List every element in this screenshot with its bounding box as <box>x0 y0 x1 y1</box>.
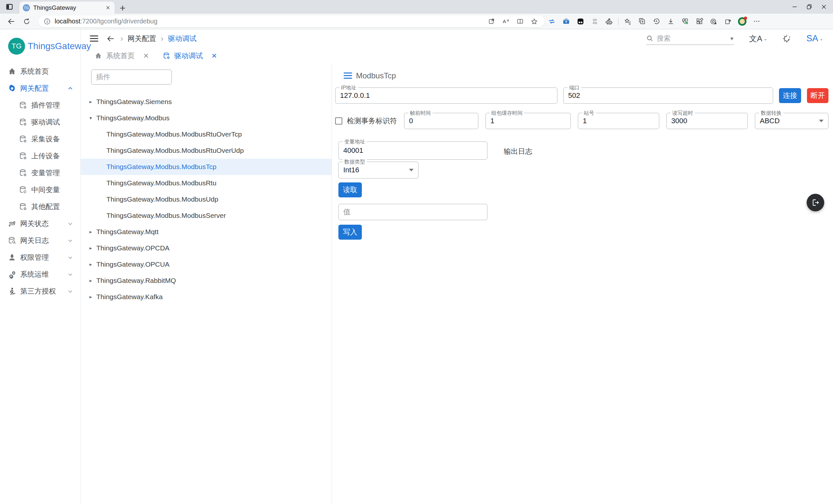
tree-item[interactable]: ▸ThingsGateway.OPCUA <box>81 256 332 273</box>
variable-address-input[interactable] <box>343 146 482 155</box>
sidebar-item-plugin-manage[interactable]: 插件管理 <box>0 97 80 114</box>
connect-button[interactable]: 连接 <box>779 88 801 103</box>
tree-item[interactable]: ThingsGateway.Modbus.ModbusServer <box>81 207 332 224</box>
back-icon[interactable] <box>7 17 16 26</box>
profile-avatar[interactable] <box>735 16 749 27</box>
data-convert-select[interactable]: 数据转换 <box>755 113 829 129</box>
frame-time-input[interactable] <box>409 117 473 125</box>
value-input[interactable] <box>338 204 487 220</box>
browser-essentials-icon[interactable] <box>678 16 692 27</box>
station-input[interactable] <box>583 117 654 125</box>
collapsed-arrow-icon[interactable]: ▸ <box>90 229 94 235</box>
new-tab-button[interactable]: + <box>120 3 126 14</box>
favorite-star-icon[interactable] <box>527 16 542 27</box>
tree-item[interactable]: ▸ThingsGateway.Siemens <box>81 94 332 110</box>
sidebar-item-home[interactable]: 系统首页 <box>0 63 80 80</box>
station-field[interactable]: 站号 <box>578 113 659 129</box>
tree-item[interactable]: ▸ThingsGateway.RabbitMQ <box>81 273 332 289</box>
sidebar-item-upload-device[interactable]: 上传设备 <box>0 148 80 165</box>
transaction-check[interactable]: 检测事务标识符 <box>335 116 397 126</box>
collections-icon[interactable] <box>620 16 635 27</box>
tab-close-icon[interactable]: ✕ <box>143 52 149 60</box>
tab-close-icon[interactable]: × <box>104 4 111 12</box>
tree-item[interactable]: ThingsGateway.Modbus.ModbusUdp <box>81 191 332 207</box>
sidebar-item-third-party-auth[interactable]: 第三方授权 <box>0 283 80 300</box>
breadcrumb-item-current[interactable]: 驱动调试 <box>168 34 196 44</box>
read-button[interactable]: 读取 <box>338 182 362 197</box>
copy-add-icon[interactable] <box>635 16 649 27</box>
port-field[interactable]: 端口 <box>563 87 773 104</box>
variable-address-field[interactable]: 变量地址 <box>338 142 487 160</box>
disconnect-button[interactable]: 断开 <box>807 88 829 103</box>
collapsed-arrow-icon[interactable]: ▸ <box>90 294 94 300</box>
sidebar-item-collect-device[interactable]: 采集设备 <box>0 131 80 148</box>
global-search[interactable]: 搜索 ▼ <box>646 32 734 45</box>
user-menu[interactable]: SA ⌄ <box>806 33 823 44</box>
refresh-icon[interactable] <box>23 18 30 25</box>
split-screen-icon[interactable] <box>513 16 527 27</box>
tab-loop-extension-icon[interactable] <box>545 16 559 27</box>
data-type-value[interactable] <box>343 166 406 174</box>
sidebar-item-variable-manage[interactable]: 变量管理 <box>0 165 80 181</box>
tree-item-selected[interactable]: ThingsGateway.Modbus.ModbusTcp <box>81 159 332 175</box>
sidebar-item-other-config[interactable]: 其他配置 <box>0 198 80 215</box>
sidebar-item-permission-manage[interactable]: 权限管理 <box>0 249 80 266</box>
apps-icon[interactable] <box>692 16 707 27</box>
sidebar-item-gateway-logs[interactable]: 网关日志 <box>0 232 80 249</box>
briefcase-extension-icon[interactable] <box>559 16 573 27</box>
dark-extension-icon[interactable] <box>573 16 588 27</box>
read-aloud-icon[interactable]: A <box>499 16 513 27</box>
frame-time-field[interactable]: 帧前时间 <box>404 113 478 129</box>
timeout-field[interactable]: 读写超时 <box>666 113 748 129</box>
settings-more-icon[interactable] <box>749 16 764 27</box>
write-button[interactable]: 写入 <box>338 225 362 240</box>
collapsed-arrow-icon[interactable]: ▸ <box>90 99 94 105</box>
plugin-filter-input[interactable] <box>91 70 172 84</box>
downloads-icon[interactable] <box>664 16 678 27</box>
cache-time-input[interactable] <box>490 117 566 125</box>
sidebar-item-gateway-config[interactable]: 网关配置 <box>0 80 80 97</box>
page-back-icon[interactable] <box>106 34 115 43</box>
sidebar-item-system-ops[interactable]: 系统运维 <box>0 266 80 283</box>
breadcrumb-item[interactable]: 网关配置 <box>127 34 156 44</box>
site-info-icon[interactable] <box>44 18 51 25</box>
sidebar-item-intermediate-variable[interactable]: 中间变量 <box>0 181 80 198</box>
history-icon[interactable] <box>649 16 664 27</box>
search-dropdown-icon[interactable]: ▼ <box>730 36 734 41</box>
sidebar-item-gateway-status[interactable]: 网关状态 <box>0 215 80 232</box>
ip-address-input[interactable] <box>340 91 552 100</box>
web-capture-icon[interactable] <box>707 16 721 27</box>
tab-system-home[interactable]: 系统首页 ✕ <box>94 51 149 61</box>
checkbox-icon[interactable] <box>335 117 342 125</box>
tree-item[interactable]: ThingsGateway.Modbus.ModbusRtuOverTcp <box>81 126 332 143</box>
close-button[interactable] <box>815 0 833 14</box>
gitzip-extension-icon[interactable]: GitZip <box>588 16 602 27</box>
brand[interactable]: TG ThingsGateway <box>0 29 80 63</box>
collapsed-arrow-icon[interactable]: ▸ <box>90 261 94 267</box>
driver-menu-icon[interactable] <box>343 71 352 80</box>
puzzle-extension-icon[interactable] <box>602 16 616 27</box>
address-bar[interactable]: localhost:7200/tgconfig/driverdebug A <box>39 16 545 27</box>
language-switch[interactable]: 文A ⌄ <box>749 33 767 44</box>
tree-item[interactable]: ▸ThingsGateway.Kafka <box>81 289 332 305</box>
tab-overview-icon[interactable] <box>5 3 14 11</box>
collapsed-arrow-icon[interactable]: ▸ <box>90 278 94 283</box>
collapsed-arrow-icon[interactable]: ▸ <box>90 245 94 251</box>
ip-address-field[interactable]: IP地址 <box>335 87 557 104</box>
export-log-button[interactable] <box>807 194 824 211</box>
data-type-select[interactable]: 数据类型 <box>338 161 419 178</box>
timeout-input[interactable] <box>671 117 743 125</box>
browser-tab[interactable]: TG ThingsGateway × <box>20 2 115 14</box>
tree-item[interactable]: ▾ThingsGateway.Modbus <box>81 110 332 126</box>
tree-item[interactable]: ▸ThingsGateway.OPCDA <box>81 240 332 256</box>
tab-driver-debug[interactable]: 驱动调试 ✕ <box>163 51 217 61</box>
tree-item[interactable]: ThingsGateway.Modbus.ModbusRtuOverUdp <box>81 143 332 159</box>
port-input[interactable] <box>568 91 768 100</box>
sidebar-toggle-icon[interactable] <box>90 34 98 43</box>
theme-toggle[interactable] <box>782 34 791 43</box>
tree-item[interactable]: ThingsGateway.Modbus.ModbusRtu <box>81 175 332 191</box>
expanded-arrow-icon[interactable]: ▾ <box>90 115 94 121</box>
cache-time-field[interactable]: 组包缓存时间 <box>485 113 571 129</box>
open-external-icon[interactable] <box>484 16 499 27</box>
sidebar-item-driver-debug[interactable]: 驱动调试 <box>0 114 80 131</box>
